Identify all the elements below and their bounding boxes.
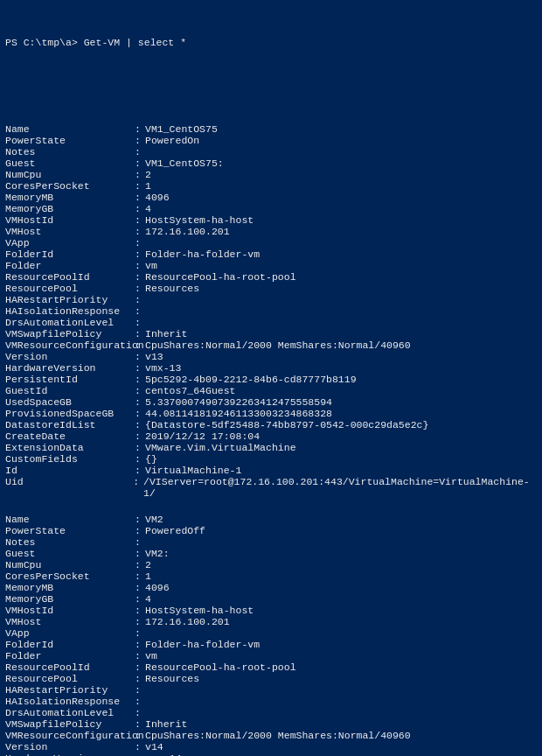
field-key: VMHost — [5, 616, 135, 627]
field-key: VMHostId — [5, 214, 135, 226]
field-key: ResourcePoolId — [5, 662, 135, 673]
table-row: HardwareVersion : vmx-13 — [5, 362, 537, 374]
field-colon: : — [135, 593, 145, 605]
field-key: DrsAutomationLevel — [5, 707, 135, 718]
field-value: 4 — [145, 203, 151, 214]
field-key: VMResourceConfiguration — [5, 730, 135, 741]
field-key: MemoryGB — [5, 203, 135, 214]
table-row: VMResourceConfiguration : CpuShares:Norm… — [5, 730, 537, 741]
field-key: Guest — [5, 158, 135, 169]
field-value: Resources — [145, 673, 199, 684]
field-key: HardwareVersion — [5, 752, 135, 756]
field-value: 5pc5292-4b09-2212-84b6-cd87777b8119 — [145, 374, 357, 385]
terminal-window: PS C:\tmp\a> Get-VM | select * Name : VM… — [5, 7, 537, 756]
field-key: VMHostId — [5, 605, 135, 616]
field-value: 5.33700074907392263412475558594 — [145, 396, 332, 408]
field-colon: : — [135, 158, 145, 169]
field-value: VirtualMachine-1 — [145, 465, 241, 476]
table-row: ResourcePoolId : ResourcePool-ha-root-po… — [5, 662, 537, 673]
field-value: 4096 — [145, 582, 170, 593]
field-colon: : — [135, 328, 145, 340]
field-colon: : — [135, 192, 145, 203]
field-key: ResourcePool — [5, 673, 135, 684]
field-value: {Datastore-5df25488-74bb8797-0542-000c29… — [145, 419, 428, 430]
field-value: CpuShares:Normal/2000 MemShares:Normal/4… — [145, 730, 411, 741]
field-key: FolderId — [5, 248, 135, 260]
table-row: ProvisionedSpaceGB : 44.0811418192461133… — [5, 408, 537, 419]
table-row: VMResourceConfiguration : CpuShares:Norm… — [5, 340, 537, 351]
field-key: Folder — [5, 260, 135, 271]
field-colon: : — [135, 340, 145, 351]
table-row: GuestId : centos7_64Guest — [5, 385, 537, 396]
field-key: PersistentId — [5, 374, 135, 385]
table-row: HARestartPriority : — [5, 684, 537, 696]
table-row: Folder : vm — [5, 260, 537, 271]
field-colon: : — [135, 582, 145, 593]
table-row: MemoryMB : 4096 — [5, 192, 537, 203]
field-value: ResourcePool-ha-root-pool — [145, 271, 296, 283]
table-row: Guest : VM2: — [5, 548, 537, 559]
field-colon: : — [135, 203, 145, 214]
table-row: VMHost : 172.16.100.201 — [5, 616, 537, 627]
field-colon: : — [135, 707, 145, 718]
vm2-section: Name : VM2PowerState : PoweredOffNotes :… — [5, 514, 537, 756]
field-value: Inherit — [145, 328, 187, 340]
table-row: MemoryGB : 4 — [5, 593, 537, 605]
field-colon: : — [135, 362, 145, 374]
field-value: PoweredOn — [145, 135, 199, 146]
field-colon: : — [135, 430, 145, 442]
field-key: HardwareVersion — [5, 362, 135, 374]
field-value: vmx-14 — [145, 752, 181, 756]
field-colon: : — [135, 408, 145, 419]
field-value: CpuShares:Normal/2000 MemShares:Normal/4… — [145, 340, 411, 351]
field-colon: : — [135, 214, 145, 226]
field-colon: : — [135, 351, 145, 362]
field-value: centos7_64Guest — [145, 385, 236, 396]
table-row: MemoryGB : 4 — [5, 203, 537, 214]
field-key: CoresPerSocket — [5, 570, 135, 582]
table-row: ResourcePool : Resources — [5, 283, 537, 294]
field-colon: : — [135, 442, 145, 453]
field-value: 172.16.100.201 — [145, 226, 230, 237]
field-key: NumCpu — [5, 169, 135, 180]
table-row: DrsAutomationLevel : — [5, 317, 537, 328]
field-value: VM2 — [145, 514, 163, 525]
table-row: FolderId : Folder-ha-folder-vm — [5, 639, 537, 650]
field-key: MemoryMB — [5, 192, 135, 203]
table-row: Name : VM1_CentOS75 — [5, 123, 537, 135]
field-colon: : — [135, 559, 145, 570]
field-colon: : — [135, 570, 145, 582]
table-row: Version : v13 — [5, 351, 537, 362]
field-key: CoresPerSocket — [5, 180, 135, 192]
table-row: Id : VirtualMachine-1 — [5, 465, 537, 476]
field-key: MemoryGB — [5, 593, 135, 605]
field-colon: : — [133, 476, 143, 499]
table-row: VMSwapfilePolicy : Inherit — [5, 718, 537, 730]
field-value: 2 — [145, 169, 151, 180]
field-value: v14 — [145, 741, 163, 752]
field-colon: : — [135, 180, 145, 192]
field-value: VMware.Vim.VirtualMachine — [145, 442, 296, 453]
field-colon: : — [135, 718, 145, 730]
field-key: VMSwapfilePolicy — [5, 328, 135, 340]
field-colon: : — [135, 525, 145, 536]
table-row: PowerState : PoweredOn — [5, 135, 537, 146]
field-value: VM1_CentOS75 — [145, 123, 218, 135]
field-colon: : — [135, 283, 145, 294]
table-row: HAIsolationResponse : — [5, 305, 537, 317]
field-colon: : — [135, 374, 145, 385]
table-row: ExtensionData : VMware.Vim.VirtualMachin… — [5, 442, 537, 453]
field-colon: : — [135, 317, 145, 328]
field-colon: : — [135, 616, 145, 627]
field-value: 2019/12/12 17:08:04 — [145, 430, 260, 442]
field-key: DrsAutomationLevel — [5, 317, 135, 328]
field-value: 2 — [145, 559, 151, 570]
field-key: VMHost — [5, 226, 135, 237]
field-colon: : — [135, 123, 145, 135]
vm1-section: Name : VM1_CentOS75PowerState : PoweredO… — [5, 123, 537, 499]
field-colon: : — [135, 673, 145, 684]
table-row: HardwareVersion : vmx-14 — [5, 752, 537, 756]
field-colon: : — [135, 385, 145, 396]
field-value: Folder-ha-folder-vm — [145, 248, 260, 260]
field-key: Id — [5, 465, 135, 476]
